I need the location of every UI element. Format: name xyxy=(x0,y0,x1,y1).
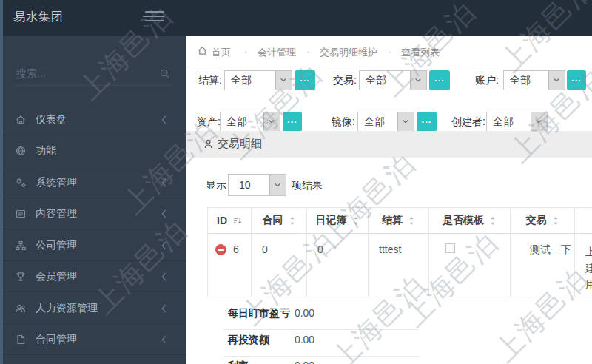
cell-clipped-line: 用 xyxy=(585,276,592,292)
sidebar-item-label: 仪表盘 xyxy=(36,113,67,127)
sidebar-item-company-mgmt[interactable]: 公司管理 xyxy=(0,230,186,261)
sidebar-item-label: 系统管理 xyxy=(36,176,77,189)
cogs-icon xyxy=(15,177,27,189)
sidebar-item-member-mgmt[interactable]: 会员管理 xyxy=(0,261,186,292)
cell-is-template xyxy=(429,234,511,297)
column-header-label: 合同 xyxy=(263,214,283,227)
asset-filter-select[interactable]: 全部 xyxy=(220,112,280,132)
chevron-left-icon xyxy=(161,241,167,250)
sort-numeric-icon xyxy=(232,216,242,226)
breadcrumb-item-accounting[interactable]: 会计管理 xyxy=(258,46,296,59)
sidebar-item-content-mgmt[interactable]: 内容管理 xyxy=(0,198,186,229)
search-placeholder: 搜索... xyxy=(16,67,46,81)
trade-filter-label: 交易: xyxy=(333,70,357,90)
app-title: 易水集团 xyxy=(13,10,64,25)
collapse-row-icon[interactable] xyxy=(215,244,226,255)
chevron-left-icon xyxy=(161,209,167,218)
mirror-filter-select[interactable]: 全部 xyxy=(357,112,414,132)
sort-icon xyxy=(408,216,415,226)
sidebar-item-label: 会员管理 xyxy=(36,270,77,283)
sidebar-item-label: 合同管理 xyxy=(36,333,77,346)
breadcrumb-item-home[interactable]: 首页 xyxy=(212,46,231,59)
account-filter-select[interactable]: 全部 xyxy=(503,70,565,90)
sidebar: 搜索... 仪表盘 功能 系统管理 xyxy=(0,36,186,364)
chevron-left-icon xyxy=(161,178,167,187)
trade-filter-select[interactable]: 全部 xyxy=(359,70,427,90)
sidebar-item-contract-mgmt[interactable]: 合同管理 xyxy=(0,324,186,355)
breadcrumb: 首页 · 会计管理 · 交易明细维护 · 查看列表 xyxy=(186,36,592,67)
mirror-filter-label: 镜像: xyxy=(332,112,355,132)
column-header-label: ID xyxy=(217,215,227,226)
sidebar-item-label: 公司管理 xyxy=(36,239,77,252)
account-filter-label: 账户: xyxy=(475,70,499,90)
chevron-down-icon xyxy=(275,71,292,90)
sidebar-item-dashboard[interactable]: 仪表盘 xyxy=(0,104,186,135)
top-header-bar: 易水集团 xyxy=(0,0,592,36)
creator-filter-select[interactable]: 全部 xyxy=(486,112,548,132)
column-header-journal[interactable]: 日记簿 xyxy=(307,207,369,234)
sidebar-item-label: 人力资源管理 xyxy=(36,302,98,315)
globe-icon xyxy=(15,145,27,157)
column-header-contract[interactable]: 合同 xyxy=(252,207,307,234)
sort-icon xyxy=(289,216,296,226)
creator-filter-value: 全部 xyxy=(493,115,514,129)
sidebar-item-hr-mgmt[interactable]: 人力资源管理 xyxy=(0,293,186,324)
chevron-down-icon xyxy=(531,112,547,131)
cell-journal-value: 0 xyxy=(317,243,323,255)
trade-filter-more-button[interactable]: ... xyxy=(429,70,450,90)
home-icon xyxy=(197,45,208,56)
page-size-suffix: 项结果 xyxy=(292,174,323,196)
cell-clipped-line: 建 xyxy=(585,260,592,276)
sidebar-item-functions[interactable]: 功能 xyxy=(0,135,186,166)
left-accent-strip xyxy=(0,0,3,364)
asset-filter-more-button[interactable]: ... xyxy=(283,112,302,132)
main-content: 首页 · 会计管理 · 交易明细维护 · 查看列表 结算: 全部 ... 交易:… xyxy=(186,36,592,364)
page-size-value: 10 xyxy=(239,179,251,191)
detail-label: 利率 xyxy=(228,360,292,364)
settlement-filter-select[interactable]: 全部 xyxy=(224,70,292,90)
settlement-filter-more-button[interactable]: ... xyxy=(295,70,315,90)
breadcrumb-separator: · xyxy=(388,46,391,57)
asset-filter-label: 资产: xyxy=(197,112,221,132)
detail-label: 每日盯市盈亏 xyxy=(228,307,292,320)
breadcrumb-item-trade-detail-maint[interactable]: 交易明细维护 xyxy=(320,46,377,59)
column-header-label: 交易 xyxy=(526,214,547,227)
breadcrumb-separator: · xyxy=(244,46,247,57)
column-header-label: 是否模板 xyxy=(443,214,484,227)
detail-value: 0.00 xyxy=(295,307,314,319)
cell-trade-value: 测试一下 xyxy=(530,243,571,255)
asset-filter-value: 全部 xyxy=(226,115,247,129)
sort-icon xyxy=(489,216,497,226)
sidebar-item-label: 功能 xyxy=(36,144,56,158)
sidebar-item-label: 内容管理 xyxy=(36,207,77,220)
chevron-down-icon xyxy=(548,71,565,90)
detail-label: 再投资额 xyxy=(228,334,292,347)
column-header-settlement[interactable]: 结算 xyxy=(369,207,429,234)
section-header: 交易明细 xyxy=(186,131,592,158)
sort-icon xyxy=(552,216,559,226)
person-icon xyxy=(203,138,214,150)
sidebar-item-system-mgmt[interactable]: 系统管理 xyxy=(0,167,186,198)
column-header-id[interactable]: ID xyxy=(207,207,252,234)
column-header-trade[interactable]: 交易 xyxy=(511,207,575,234)
sort-icon xyxy=(352,216,360,226)
home-icon xyxy=(15,114,27,126)
mirror-filter-more-button[interactable]: ... xyxy=(417,112,437,132)
account-filter-more-button[interactable]: ... xyxy=(567,70,586,90)
detail-row-rate: 利率 0.00 xyxy=(223,351,419,364)
contract-icon xyxy=(15,334,27,346)
hamburger-menu-icon[interactable] xyxy=(145,11,164,24)
is-template-checkbox[interactable] xyxy=(445,243,455,253)
newspaper-icon xyxy=(15,208,27,220)
settlement-filter-value: 全部 xyxy=(231,74,252,87)
detail-value: 0.00 xyxy=(295,334,314,346)
column-header-is-template[interactable]: 是否模板 xyxy=(429,207,511,234)
chevron-left-icon xyxy=(161,335,167,344)
page-size-select[interactable]: 10 xyxy=(228,174,286,196)
column-header-clipped[interactable] xyxy=(575,207,592,234)
trophy-icon xyxy=(15,271,27,283)
breadcrumb-item-view-list[interactable]: 查看列表 xyxy=(401,46,440,59)
search-input[interactable]: 搜索... xyxy=(15,64,172,86)
cell-settlement: tttest xyxy=(369,234,429,297)
chevron-down-icon xyxy=(269,175,286,195)
